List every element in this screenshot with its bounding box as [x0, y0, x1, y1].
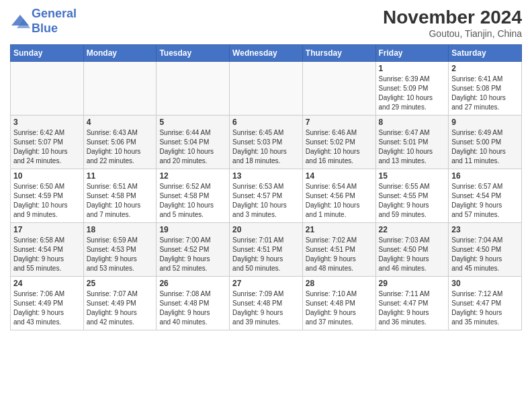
calendar-cell: 15Sunrise: 6:55 AM Sunset: 4:55 PM Dayli… [375, 169, 449, 223]
calendar-cell: 1Sunrise: 6:39 AM Sunset: 5:09 PM Daylig… [375, 62, 449, 116]
day-info: Sunrise: 6:49 AM Sunset: 5:00 PM Dayligh… [451, 128, 519, 166]
weekday-header-sunday: Sunday [11, 45, 84, 62]
weekday-header-row: SundayMondayTuesdayWednesdayThursdayFrid… [11, 45, 522, 62]
day-info: Sunrise: 7:08 AM Sunset: 4:48 PM Dayligh… [159, 289, 226, 327]
day-number: 21 [306, 225, 373, 234]
calendar-cell: 3Sunrise: 6:42 AM Sunset: 5:07 PM Daylig… [11, 116, 84, 169]
calendar-cell: 29Sunrise: 7:11 AM Sunset: 4:47 PM Dayli… [375, 277, 449, 330]
day-info: Sunrise: 6:39 AM Sunset: 5:09 PM Dayligh… [379, 75, 446, 112]
calendar-week-row: 3Sunrise: 6:42 AM Sunset: 5:07 PM Daylig… [11, 116, 522, 169]
calendar-cell: 21Sunrise: 7:02 AM Sunset: 4:51 PM Dayli… [302, 223, 375, 277]
calendar-cell: 8Sunrise: 6:47 AM Sunset: 5:01 PM Daylig… [375, 116, 449, 169]
calendar-cell: 18Sunrise: 6:59 AM Sunset: 4:53 PM Dayli… [83, 223, 157, 277]
calendar-cell: 16Sunrise: 6:57 AM Sunset: 4:54 PM Dayli… [449, 169, 522, 223]
logo: General Blue [10, 7, 77, 36]
day-number: 27 [232, 279, 300, 288]
day-info: Sunrise: 7:02 AM Sunset: 4:51 PM Dayligh… [306, 236, 373, 273]
calendar-cell: 13Sunrise: 6:53 AM Sunset: 4:57 PM Dayli… [230, 169, 303, 223]
day-info: Sunrise: 6:54 AM Sunset: 4:56 PM Dayligh… [306, 182, 373, 220]
calendar-cell: 6Sunrise: 6:45 AM Sunset: 5:03 PM Daylig… [230, 116, 303, 169]
day-number: 12 [159, 171, 226, 181]
day-number: 19 [159, 225, 226, 234]
day-info: Sunrise: 6:45 AM Sunset: 5:03 PM Dayligh… [232, 128, 300, 166]
calendar-week-row: 10Sunrise: 6:50 AM Sunset: 4:59 PM Dayli… [11, 169, 522, 223]
day-number: 9 [451, 118, 519, 127]
day-number: 6 [232, 118, 300, 127]
logo-blue: Blue [32, 21, 58, 35]
calendar-week-row: 24Sunrise: 7:06 AM Sunset: 4:49 PM Dayli… [11, 277, 522, 330]
logo-general: General [32, 7, 77, 20]
weekday-header-friday: Friday [375, 45, 449, 62]
calendar-cell: 9Sunrise: 6:49 AM Sunset: 5:00 PM Daylig… [449, 116, 522, 169]
day-info: Sunrise: 7:11 AM Sunset: 4:47 PM Dayligh… [379, 289, 446, 327]
calendar-cell: 5Sunrise: 6:44 AM Sunset: 5:04 PM Daylig… [157, 116, 230, 169]
day-number: 23 [451, 225, 519, 234]
day-info: Sunrise: 6:57 AM Sunset: 4:54 PM Dayligh… [451, 182, 519, 220]
day-info: Sunrise: 7:00 AM Sunset: 4:52 PM Dayligh… [159, 236, 226, 273]
day-number: 5 [159, 118, 226, 127]
day-number: 14 [306, 171, 373, 181]
calendar-cell: 2Sunrise: 6:41 AM Sunset: 5:08 PM Daylig… [449, 62, 522, 116]
calendar-cell [83, 62, 157, 116]
day-info: Sunrise: 7:12 AM Sunset: 4:47 PM Dayligh… [451, 289, 519, 327]
day-number: 30 [451, 279, 519, 288]
calendar-table: SundayMondayTuesdayWednesdayThursdayFrid… [10, 44, 522, 330]
day-number: 22 [379, 225, 446, 234]
day-info: Sunrise: 7:01 AM Sunset: 4:51 PM Dayligh… [232, 236, 300, 273]
calendar-cell: 20Sunrise: 7:01 AM Sunset: 4:51 PM Dayli… [230, 223, 303, 277]
day-info: Sunrise: 6:41 AM Sunset: 5:08 PM Dayligh… [451, 75, 519, 112]
weekday-header-saturday: Saturday [449, 45, 522, 62]
day-info: Sunrise: 6:51 AM Sunset: 4:58 PM Dayligh… [87, 182, 154, 220]
calendar-cell: 19Sunrise: 7:00 AM Sunset: 4:52 PM Dayli… [157, 223, 230, 277]
day-number: 28 [306, 279, 373, 288]
calendar-cell: 23Sunrise: 7:04 AM Sunset: 4:50 PM Dayli… [449, 223, 522, 277]
calendar-cell: 17Sunrise: 6:58 AM Sunset: 4:54 PM Dayli… [11, 223, 84, 277]
day-number: 4 [87, 118, 154, 127]
calendar-cell [230, 62, 303, 116]
day-number: 1 [379, 64, 446, 73]
day-info: Sunrise: 7:06 AM Sunset: 4:49 PM Dayligh… [13, 289, 81, 327]
weekday-header-thursday: Thursday [302, 45, 375, 62]
day-info: Sunrise: 7:09 AM Sunset: 4:48 PM Dayligh… [232, 289, 300, 327]
day-number: 2 [451, 64, 519, 73]
calendar-cell [157, 62, 230, 116]
calendar-cell: 27Sunrise: 7:09 AM Sunset: 4:48 PM Dayli… [230, 277, 303, 330]
calendar-week-row: 17Sunrise: 6:58 AM Sunset: 4:54 PM Dayli… [11, 223, 522, 277]
day-info: Sunrise: 6:58 AM Sunset: 4:54 PM Dayligh… [13, 236, 81, 273]
day-info: Sunrise: 6:55 AM Sunset: 4:55 PM Dayligh… [379, 182, 446, 220]
day-number: 18 [87, 225, 154, 234]
day-info: Sunrise: 6:53 AM Sunset: 4:57 PM Dayligh… [232, 182, 300, 220]
calendar-cell: 7Sunrise: 6:46 AM Sunset: 5:02 PM Daylig… [302, 116, 375, 169]
calendar-cell: 24Sunrise: 7:06 AM Sunset: 4:49 PM Dayli… [11, 277, 84, 330]
day-info: Sunrise: 6:42 AM Sunset: 5:07 PM Dayligh… [13, 128, 81, 166]
day-info: Sunrise: 6:52 AM Sunset: 4:58 PM Dayligh… [159, 182, 226, 220]
day-info: Sunrise: 7:04 AM Sunset: 4:50 PM Dayligh… [451, 236, 519, 273]
day-info: Sunrise: 7:03 AM Sunset: 4:50 PM Dayligh… [379, 236, 446, 273]
weekday-header-wednesday: Wednesday [230, 45, 303, 62]
day-number: 16 [451, 171, 519, 181]
day-info: Sunrise: 6:50 AM Sunset: 4:59 PM Dayligh… [13, 182, 81, 220]
calendar-cell: 10Sunrise: 6:50 AM Sunset: 4:59 PM Dayli… [11, 169, 84, 223]
day-number: 24 [13, 279, 81, 288]
calendar-week-row: 1Sunrise: 6:39 AM Sunset: 5:09 PM Daylig… [11, 62, 522, 116]
day-info: Sunrise: 6:43 AM Sunset: 5:06 PM Dayligh… [87, 128, 154, 166]
weekday-header-monday: Monday [83, 45, 157, 62]
day-number: 26 [159, 279, 226, 288]
day-number: 11 [87, 171, 154, 181]
calendar-cell: 30Sunrise: 7:12 AM Sunset: 4:47 PM Dayli… [449, 277, 522, 330]
weekday-header-tuesday: Tuesday [157, 45, 230, 62]
calendar-cell: 14Sunrise: 6:54 AM Sunset: 4:56 PM Dayli… [302, 169, 375, 223]
day-number: 10 [13, 171, 81, 181]
day-info: Sunrise: 7:07 AM Sunset: 4:49 PM Dayligh… [87, 289, 154, 327]
day-info: Sunrise: 6:59 AM Sunset: 4:53 PM Dayligh… [87, 236, 154, 273]
day-info: Sunrise: 7:10 AM Sunset: 4:48 PM Dayligh… [306, 289, 373, 327]
day-number: 8 [379, 118, 446, 127]
calendar-cell: 4Sunrise: 6:43 AM Sunset: 5:06 PM Daylig… [83, 116, 157, 169]
calendar-cell: 28Sunrise: 7:10 AM Sunset: 4:48 PM Dayli… [302, 277, 375, 330]
header: General Blue November 2024 Goutou, Tianj… [10, 7, 522, 39]
calendar-cell [302, 62, 375, 116]
day-number: 17 [13, 225, 81, 234]
day-number: 13 [232, 171, 300, 181]
day-number: 29 [379, 279, 446, 288]
page-container: General Blue November 2024 Goutou, Tianj… [0, 0, 532, 334]
